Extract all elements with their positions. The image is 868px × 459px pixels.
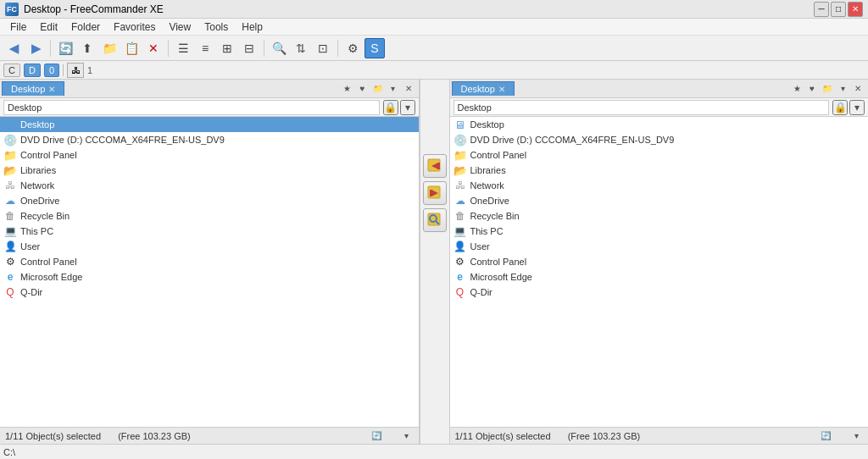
list-item[interactable]: 📁Control Panel (450, 147, 869, 163)
right-status-bar: 1/11 Object(s) selected (Free 103.23 GB)… (450, 427, 869, 444)
copy-button[interactable]: 📋 (121, 38, 142, 58)
list-item[interactable]: 🗑Recycle Bin (0, 208, 419, 224)
left-address-lock-icon[interactable]: 🔒 (383, 100, 398, 115)
left-status-bar: 1/11 Object(s) selected (Free 103.23 GB)… (0, 427, 419, 444)
menu-favorites[interactable]: Favorites (107, 19, 162, 35)
menu-file[interactable]: File (3, 19, 33, 35)
left-file-list[interactable]: 🖥Desktop💿DVD Drive (D:) CCCOMA_X64FRE_EN… (0, 117, 419, 427)
right-panel-star-icon[interactable]: ★ (790, 82, 804, 96)
list-item[interactable]: 💻This PC (450, 224, 869, 239)
forward-button[interactable]: ▶ (25, 38, 46, 58)
search-middle-button[interactable] (423, 208, 447, 232)
list-item[interactable]: ☁OneDrive (450, 193, 869, 208)
list-item[interactable]: QQ-Dir (0, 285, 419, 300)
right-panel-tab[interactable]: Desktop ✕ (452, 81, 515, 96)
list-item[interactable]: ☁OneDrive (0, 193, 419, 208)
minimize-button[interactable]: ─ (814, 2, 829, 17)
right-file-list[interactable]: 🖥Desktop💿DVD Drive (D:) CCCOMA_X64FRE_EN… (450, 117, 869, 427)
new-folder-button[interactable]: 📁 (99, 38, 120, 58)
drive-d-button[interactable]: D (24, 64, 41, 77)
menu-help[interactable]: Help (235, 19, 270, 35)
left-panel: Desktop ✕ ★ ♥ 📁 ▾ ✕ 🔒 ▾ 🖥Desktop💿DVD Dri… (0, 80, 420, 444)
list-item[interactable]: 👤User (450, 239, 869, 254)
right-panel-folder-icon[interactable]: 📁 (821, 82, 834, 96)
list-item[interactable]: eMicrosoft Edge (0, 269, 419, 285)
right-status-dropdown-icon[interactable]: ▾ (849, 429, 863, 443)
refresh-button[interactable]: 🔄 (55, 38, 75, 58)
left-address-dropdown-icon[interactable]: ▾ (400, 100, 415, 115)
qdir-icon: Q (453, 285, 467, 299)
svg-rect-2 (437, 163, 440, 169)
list-item[interactable]: ⚙Control Panel (450, 254, 869, 269)
list-item[interactable]: ⚙Control Panel (0, 254, 419, 269)
filter-button[interactable]: 🔍 (269, 38, 289, 58)
split-button[interactable]: ⊡ (313, 38, 333, 58)
list-item[interactable]: eMicrosoft Edge (450, 269, 869, 285)
list-item[interactable]: 🖧Network (0, 178, 419, 193)
back-button[interactable]: ◀ (3, 38, 24, 58)
list-item[interactable]: 🗑Recycle Bin (450, 208, 869, 224)
list-item[interactable]: 💻This PC (0, 224, 419, 239)
list-item[interactable]: 💿DVD Drive (D:) CCCOMA_X64FRE_EN-US_DV9 (0, 132, 419, 147)
right-address-input[interactable] (453, 100, 830, 115)
file-item-name: Q-Dir (20, 287, 42, 297)
right-panel-actions: ★ ♥ 📁 ▾ ✕ (790, 82, 866, 96)
delete-button[interactable]: ✕ (143, 38, 164, 58)
special-button[interactable]: S (364, 38, 385, 58)
copy-right-button[interactable] (423, 154, 447, 178)
left-panel-tab[interactable]: Desktop ✕ (2, 81, 64, 96)
left-panel-close-icon[interactable]: ✕ (402, 82, 415, 96)
desktop-icon: 🖥 (453, 118, 467, 131)
right-status-refresh-icon[interactable]: 🔄 (819, 429, 832, 443)
right-panel-menu-icon[interactable]: ▾ (836, 82, 849, 96)
list-item[interactable]: 📁Control Panel (0, 147, 419, 163)
right-status-free: (Free 103.23 GB) (568, 431, 641, 441)
file-item-name: DVD Drive (D:) CCCOMA_X64FRE_EN-US_DV9 (470, 135, 675, 145)
left-panel-folder-icon[interactable]: 📁 (371, 82, 385, 96)
file-item-name: This PC (20, 226, 53, 236)
right-panel-close-icon[interactable]: ✕ (851, 82, 865, 96)
file-item-name: Network (470, 180, 504, 191)
drive-badge: 0 (44, 64, 59, 77)
list-item[interactable]: 🖥Desktop (450, 117, 869, 132)
menu-tools[interactable]: Tools (198, 19, 235, 35)
file-item-name: Control Panel (20, 150, 77, 160)
copy-left-button[interactable] (423, 181, 447, 205)
left-panel-star-icon[interactable]: ★ (341, 82, 354, 96)
menu-view[interactable]: View (162, 19, 198, 35)
settings-button[interactable]: ⚙ (342, 38, 363, 58)
left-address-input[interactable] (3, 100, 380, 115)
list-item[interactable]: QQ-Dir (450, 285, 869, 300)
list-item[interactable]: 🖧Network (450, 178, 869, 193)
right-tab-close-icon[interactable]: ✕ (498, 85, 505, 94)
drive-bar: C D 0 🖧 1 (0, 61, 868, 80)
menu-edit[interactable]: Edit (33, 19, 64, 35)
drive-network-button[interactable]: 🖧 (67, 63, 84, 78)
right-address-dropdown-icon[interactable]: ▾ (849, 100, 865, 115)
list-item[interactable]: 📂Libraries (450, 163, 869, 178)
left-panel-menu-icon[interactable]: ▾ (387, 82, 400, 96)
pc-icon: 💻 (453, 224, 467, 238)
left-panel-heart-icon[interactable]: ♥ (356, 82, 370, 96)
up-button[interactable]: ⬆ (77, 38, 97, 58)
list-item[interactable]: 🖥Desktop (0, 117, 419, 132)
view-icons-button[interactable]: ⊟ (239, 38, 259, 58)
menu-folder[interactable]: Folder (64, 19, 107, 35)
list-item[interactable]: 👤User (0, 239, 419, 254)
left-tab-close-icon[interactable]: ✕ (48, 85, 55, 94)
left-status-refresh-icon[interactable]: 🔄 (370, 429, 383, 443)
view-details-button[interactable]: ≡ (195, 38, 215, 58)
list-item[interactable]: 💿DVD Drive (D:) CCCOMA_X64FRE_EN-US_DV9 (450, 132, 869, 147)
drive-c-button[interactable]: C (3, 64, 20, 77)
list-item[interactable]: 📂Libraries (0, 163, 419, 178)
sort-button[interactable]: ⇅ (291, 38, 311, 58)
main-content: Desktop ✕ ★ ♥ 📁 ▾ ✕ 🔒 ▾ 🖥Desktop💿DVD Dri… (0, 80, 868, 444)
close-button[interactable]: ✕ (848, 2, 863, 17)
right-address-lock-icon[interactable]: 🔒 (832, 100, 848, 115)
right-panel-heart-icon[interactable]: ♥ (805, 82, 819, 96)
view-list-button[interactable]: ☰ (173, 38, 193, 58)
network-icon: 🖧 (3, 179, 17, 192)
left-status-dropdown-icon[interactable]: ▾ (400, 429, 414, 443)
maximize-button[interactable]: □ (831, 2, 846, 17)
view-tiles-button[interactable]: ⊞ (217, 38, 237, 58)
